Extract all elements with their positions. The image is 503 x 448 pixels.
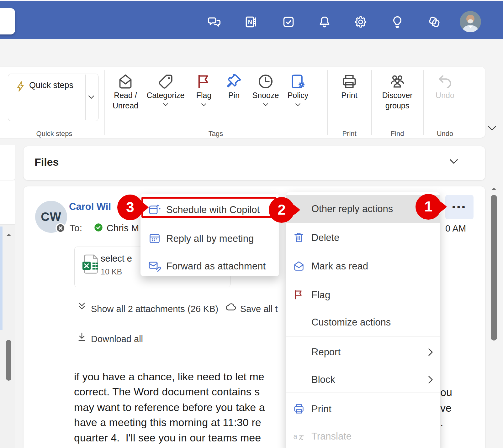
ribbon-group-label: Quick steps (28, 130, 81, 138)
message-context-menu: Other reply actions Delete Mark as read … (286, 192, 440, 448)
search-box-end[interactable] (0, 8, 15, 34)
chevron-down-icon (162, 103, 169, 107)
menu-item-reply-all-by-meeting[interactable]: Reply all by meeting (140, 225, 279, 253)
ribbon-read-unread-button[interactable]: Read / Unread (105, 73, 146, 111)
files-panel[interactable]: Files (24, 146, 485, 180)
tag-icon (157, 73, 174, 90)
people-icon (389, 73, 406, 90)
scroll-up-arrow-icon[interactable] (490, 187, 498, 191)
more-actions-dots: ••• (452, 202, 467, 212)
menu-item-translate[interactable]: a Translate (286, 422, 440, 448)
email-body-line: may want to reference before you take a (74, 401, 265, 414)
chat-icon[interactable] (207, 15, 221, 29)
menu-item-print[interactable]: Print (286, 395, 440, 423)
sender-initials: CW (41, 210, 61, 224)
menu-item-label: Other reply actions (311, 203, 393, 215)
email-body-fragment: ve (440, 402, 452, 414)
callout-number: 2 (278, 201, 286, 218)
menu-item-label: Block (311, 374, 335, 385)
printer-icon (341, 73, 358, 90)
sender-name-link[interactable]: Carol Wil (69, 201, 111, 212)
message-list-item[interactable] (0, 180, 15, 225)
svg-text:N: N (248, 19, 252, 25)
menu-item-report[interactable]: Report (286, 338, 440, 366)
flag-icon (293, 289, 305, 301)
chevron-down-icon[interactable] (87, 95, 95, 100)
recipient-name[interactable]: Chris M (107, 223, 139, 233)
chevron-down-icon (201, 103, 207, 107)
quick-steps-split-divider (85, 75, 86, 120)
annotation-callout-3: 3 (116, 193, 151, 222)
ribbon-undo-button[interactable]: Undo (424, 73, 466, 101)
files-collapse-chevron-icon[interactable] (448, 158, 459, 165)
copilot-icon[interactable] (427, 15, 441, 29)
todo-icon[interactable] (282, 15, 295, 29)
right-scrollbar-thumb[interactable] (491, 195, 497, 341)
menu-item-block[interactable]: Block (286, 366, 440, 394)
chevron-right-icon (426, 375, 435, 385)
menu-item-flag[interactable]: Flag (286, 281, 440, 309)
ribbon-group-label: Find (371, 130, 424, 138)
ribbon-expand-chevron-icon[interactable] (487, 125, 497, 132)
ribbon-item-label: Undo (424, 90, 466, 101)
ribbon-policy-button[interactable]: Policy (277, 73, 319, 107)
ribbon-group-label: Undo (418, 130, 472, 138)
ribbon-item-label: groups (377, 101, 418, 111)
to-label: To: (70, 223, 82, 233)
annotation-callout-2: 2 (267, 195, 302, 225)
callout-number: 1 (424, 198, 432, 215)
translate-icon: a (293, 430, 305, 442)
suite-header: N (0, 1, 503, 39)
mail-icon (293, 260, 305, 272)
onenote-icon[interactable]: N (244, 15, 258, 29)
left-scrollbar-thumb[interactable] (6, 340, 11, 381)
lightbulb-icon[interactable] (390, 15, 404, 29)
files-panel-title: Files (34, 156, 59, 168)
chevron-right-icon (426, 347, 435, 357)
more-actions-button[interactable]: ••• (445, 195, 474, 219)
callout-number: 3 (126, 199, 134, 215)
ribbon-item-label: Print (329, 90, 370, 101)
bell-icon[interactable] (318, 15, 331, 29)
outlook-window: N (0, 0, 503, 448)
ribbon-item-label: Unread (105, 101, 146, 111)
annotation-callout-1: 1 (414, 192, 449, 221)
show-all-attachments-link[interactable]: Show all 2 attachments (26 KB) (91, 304, 218, 314)
scroll-up-arrow-icon[interactable] (5, 233, 12, 237)
undo-icon (436, 73, 454, 90)
save-all-link[interactable]: Save all t (240, 304, 278, 314)
menu-item-forward-as-attachment[interactable]: Forward as attachment (140, 252, 279, 280)
email-body-line: have a meeting this morning at 11:30 re (74, 416, 261, 429)
recipient-presence-available-icon (93, 222, 103, 232)
ribbon-group-divider (371, 70, 372, 135)
ribbon-item-label: Discover (377, 90, 418, 101)
download-all-link[interactable]: Download all (91, 334, 143, 344)
menu-item-label: Print (311, 404, 331, 415)
ribbon-item-label: Read / (105, 90, 146, 101)
policy-icon (289, 73, 307, 90)
attachment-size: 10 KB (101, 267, 122, 276)
clock-icon (257, 73, 274, 90)
settings-gear-icon[interactable] (354, 15, 368, 29)
pin-icon (225, 73, 243, 90)
avatar-photo (460, 11, 481, 32)
quick-steps-button[interactable]: Quick steps (8, 74, 98, 121)
ribbon-group-divider (423, 70, 424, 135)
menu-item-label: Delete (311, 232, 340, 243)
quick-steps-label: Quick steps (29, 81, 73, 90)
menu-item-delete[interactable]: Delete (286, 224, 440, 252)
ribbon-group-label: Tags (189, 130, 242, 138)
menu-item-label: Translate (311, 431, 352, 442)
ribbon-discover-groups-button[interactable]: Discover groups (377, 73, 418, 111)
menu-item-customize-actions[interactable]: Customize actions (286, 308, 440, 336)
ribbon-print-button[interactable]: Print (329, 73, 370, 101)
ribbon-categorize-button[interactable]: Categorize (145, 73, 186, 107)
email-body-line: quarter 4. I'll see you in our teams mee (74, 432, 261, 444)
account-avatar[interactable] (460, 11, 481, 32)
message-list-item[interactable]: e (0, 145, 15, 180)
menu-item-mark-as-read[interactable]: Mark as read (286, 252, 440, 280)
menu-divider (286, 393, 440, 393)
excel-file-icon (82, 254, 100, 274)
download-icon (77, 331, 87, 343)
email-body-line: if you have a chance, like need to let m… (74, 371, 264, 383)
